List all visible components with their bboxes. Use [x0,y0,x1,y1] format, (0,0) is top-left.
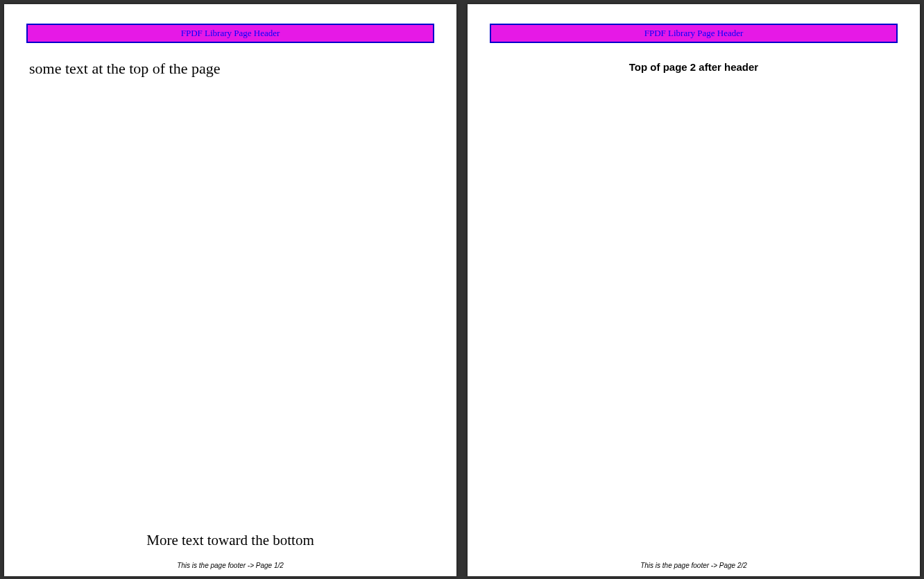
pdf-page-1: FPDF Library Page Header some text at th… [4,4,456,576]
page2-top-text: Top of page 2 after header [468,61,920,73]
page-header-text: FPDF Library Page Header [644,28,744,39]
page-header-bar: FPDF Library Page Header [26,24,434,43]
pdf-page-2: FPDF Library Page Header Top of page 2 a… [468,4,920,576]
page-header-text: FPDF Library Page Header [181,28,280,39]
page1-footer: This is the page footer -> Page 1/2 [4,562,456,569]
page1-top-text: some text at the top of the page [29,60,221,78]
page2-footer: This is the page footer -> Page 2/2 [468,562,920,569]
page-header-bar: FPDF Library Page Header [490,24,898,43]
page1-bottom-text: More text toward the bottom [4,532,456,549]
